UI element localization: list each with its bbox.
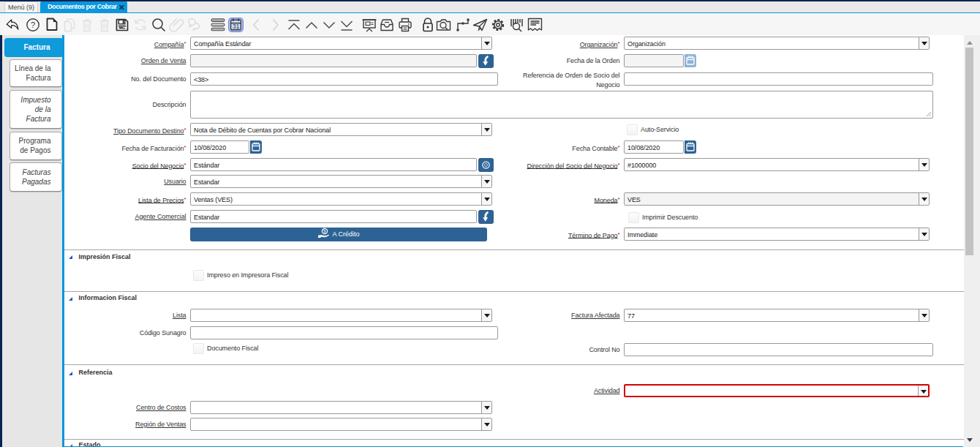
svg-text:?: ? xyxy=(31,20,35,29)
svg-text:$: $ xyxy=(324,229,327,233)
svg-text:31: 31 xyxy=(233,23,240,30)
